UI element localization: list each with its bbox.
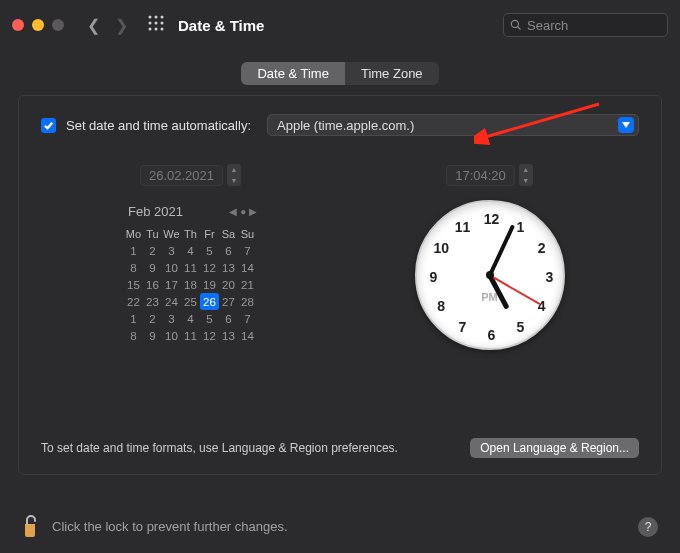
back-button[interactable]: ❮ [82, 14, 104, 36]
chevron-down-icon [618, 117, 634, 133]
date-field[interactable]: 26.02.2021 [140, 165, 223, 186]
time-field[interactable]: 17:04:20 [446, 165, 515, 186]
open-language-region-button[interactable]: Open Language & Region... [470, 438, 639, 458]
search-input[interactable]: Search [503, 13, 668, 37]
svg-point-2 [161, 16, 164, 19]
svg-point-4 [155, 22, 158, 25]
calendar[interactable]: Feb 2021◀ ● ▶MoTuWeThFrSaSu1234567891011… [124, 204, 257, 344]
svg-point-1 [155, 16, 158, 19]
forward-button: ❯ [110, 14, 132, 36]
search-placeholder: Search [527, 18, 568, 33]
window-title: Date & Time [178, 17, 264, 34]
minimize-window-button[interactable] [32, 19, 44, 31]
auto-date-time-checkbox[interactable] [41, 118, 56, 133]
help-button[interactable]: ? [638, 517, 658, 537]
analog-clock: PM 121234567891011 [415, 200, 565, 350]
svg-point-0 [149, 16, 152, 19]
svg-point-6 [149, 28, 152, 31]
svg-point-5 [161, 22, 164, 25]
svg-point-8 [161, 28, 164, 31]
date-stepper: 26.02.2021 ▲▼ [140, 164, 241, 186]
date-step-buttons[interactable]: ▲▼ [227, 164, 241, 186]
close-window-button[interactable] [12, 19, 24, 31]
svg-point-7 [155, 28, 158, 31]
zoom-window-button [52, 19, 64, 31]
show-all-icon[interactable] [148, 15, 164, 35]
svg-point-3 [149, 22, 152, 25]
auto-date-time-label: Set date and time automatically: [66, 118, 251, 133]
time-step-buttons[interactable]: ▲▼ [519, 164, 533, 186]
tab-time-zone[interactable]: Time Zone [345, 62, 439, 85]
time-server-value: Apple (time.apple.com.) [277, 118, 414, 133]
tab-date-time[interactable]: Date & Time [241, 62, 345, 85]
lock-icon[interactable] [22, 515, 40, 537]
lock-text: Click the lock to prevent further change… [52, 519, 288, 534]
preference-tabs: Date & Time Time Zone [241, 62, 438, 85]
time-server-select[interactable]: Apple (time.apple.com.) [267, 114, 639, 136]
time-stepper: 17:04:20 ▲▼ [446, 164, 533, 186]
format-hint: To set date and time formats, use Langua… [41, 441, 398, 455]
